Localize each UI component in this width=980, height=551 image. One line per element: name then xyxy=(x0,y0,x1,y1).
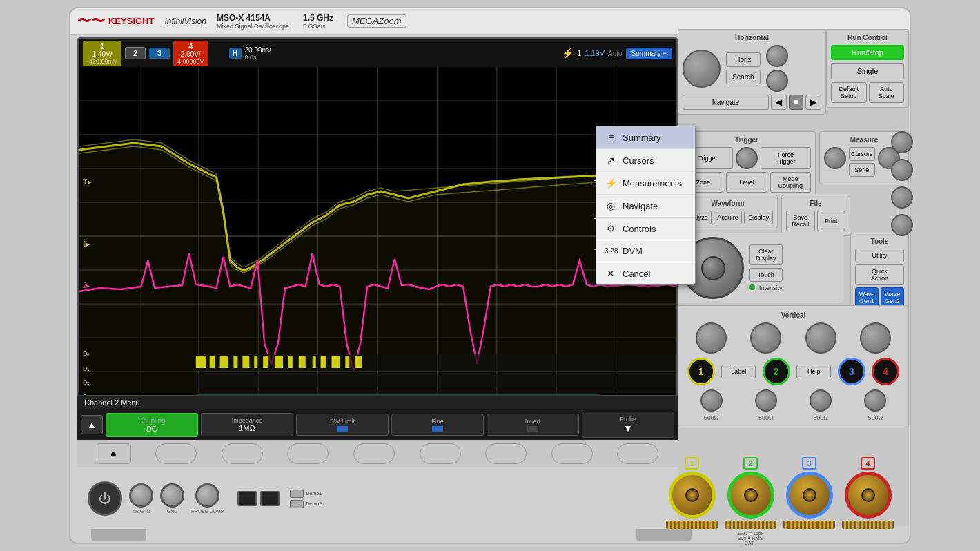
coupling-value: DC xyxy=(109,425,195,433)
measurements-icon: ⚡ xyxy=(605,177,617,188)
fbutton-1[interactable] xyxy=(155,443,197,464)
vert-scale-knob-ch3[interactable] xyxy=(810,389,832,412)
navigate-button[interactable]: Navigate xyxy=(683,95,769,110)
force-trigger-button[interactable]: ForceTrigger xyxy=(761,147,811,169)
fbutton-7[interactable] xyxy=(551,443,593,464)
nav-stop-button[interactable]: ■ xyxy=(789,95,803,110)
fbutton-3[interactable] xyxy=(287,443,329,464)
model-info: MSO-X 4154A Mixed Signal Oscilloscope xyxy=(217,13,289,30)
eject-button[interactable]: ⏏ xyxy=(97,443,131,464)
fbutton-2[interactable] xyxy=(222,443,263,464)
ohm-ch4: 500Ω xyxy=(868,414,883,421)
utility-button[interactable]: Utility xyxy=(855,249,904,262)
bnc-ch3-teeth xyxy=(783,521,835,529)
bnc-ch3-label: 3 xyxy=(802,457,816,470)
vert-knob-ch4[interactable] xyxy=(860,322,891,354)
run-stop-button[interactable]: Run/Stop xyxy=(831,45,904,60)
vert-scale-knob-ch4[interactable] xyxy=(864,389,886,412)
ch3-badge[interactable]: 3 xyxy=(149,48,170,59)
horiz-button[interactable]: Horiz xyxy=(726,52,761,67)
bnc-connectors-section: 1 2 1MΩ = 16pF300 V RMSCAT I 3 4 xyxy=(663,454,911,549)
fbutton-6[interactable] xyxy=(485,443,527,464)
horiz-zoom-knob[interactable] xyxy=(766,45,788,67)
vert-scale-knob-ch1[interactable] xyxy=(700,389,723,412)
dvm-icon: 3.28 xyxy=(605,247,617,255)
menu-item-controls[interactable]: ⚙ Controls xyxy=(596,218,695,240)
serie-button[interactable]: Serie xyxy=(849,163,875,177)
horizontal-position-knob[interactable] xyxy=(683,50,721,88)
navigate-icon: ◎ xyxy=(605,200,617,211)
ch1-badge[interactable]: 1 1.40V/ -420.00mV xyxy=(83,41,121,66)
eject-icon: ⏏ xyxy=(110,450,117,457)
clear-display-button[interactable]: ClearDisplay xyxy=(749,244,783,265)
bnc-ch4[interactable] xyxy=(845,472,892,519)
acquire-button[interactable]: Acquire xyxy=(714,211,743,224)
cursors-measure-button[interactable]: Cursors xyxy=(849,147,875,161)
default-setup-button[interactable]: DefaultSetup xyxy=(831,82,867,103)
invert-btn[interactable]: Invert xyxy=(487,414,579,436)
label-button[interactable]: Label xyxy=(721,365,756,378)
level-button[interactable]: Level xyxy=(726,172,767,193)
freq-info: 1.5 GHz 5 GSa/s xyxy=(303,13,333,30)
nav-right-button[interactable]: ▶ xyxy=(805,95,821,110)
fbutton-5[interactable] xyxy=(420,443,461,464)
menu-item-measurements[interactable]: ⚡ Measurements xyxy=(596,172,695,195)
right-knob-1[interactable] xyxy=(891,131,913,153)
save-recall-button[interactable]: SaveRecall xyxy=(786,211,815,231)
bw-limit-label: BW Limit xyxy=(330,418,355,425)
single-button[interactable]: Single xyxy=(831,63,904,79)
ch4-number: 4 xyxy=(188,42,193,50)
quick-action-button[interactable]: QuickAction xyxy=(855,264,904,285)
bw-limit-btn[interactable]: BW Limit xyxy=(296,414,389,436)
right-knob-4[interactable] xyxy=(891,214,913,236)
ch2-vert-button[interactable]: 2 xyxy=(763,358,790,385)
trigger-level-knob[interactable] xyxy=(736,147,758,169)
power-button[interactable]: ⏻ xyxy=(88,481,122,516)
ch3-vert-button[interactable]: 3 xyxy=(838,358,865,385)
menu-item-dvm[interactable]: 3.28 DVM xyxy=(596,240,695,262)
keysight-logo: 〜〜 KEYSIGHT xyxy=(77,12,154,30)
menu-item-cancel[interactable]: ✕ Cancel xyxy=(596,262,695,284)
ch4-badge[interactable]: 4 2.00V/ 4.00000V xyxy=(173,41,208,66)
fbutton-4[interactable] xyxy=(353,443,395,464)
menu-item-summary[interactable]: ≡ Summary xyxy=(596,126,695,149)
vert-knob-ch2[interactable] xyxy=(750,322,781,354)
impedance-btn[interactable]: Impedance 1MΩ xyxy=(201,413,293,436)
bottom-menu-bar: Channel 2 Menu ▲ Coupling DC Impedance 1… xyxy=(77,395,678,441)
tools-label: Tools xyxy=(855,238,904,245)
probe-btn[interactable]: Probe ▼ xyxy=(582,412,674,438)
nav-left-button[interactable]: ◀ xyxy=(771,95,787,110)
bnc-ch3[interactable] xyxy=(786,472,833,519)
mode-coupling-button[interactable]: ModeCoupling xyxy=(770,172,811,193)
coupling-btn[interactable]: Coupling DC xyxy=(106,413,198,437)
display-inner-knob[interactable] xyxy=(701,256,725,280)
menu-item-navigate[interactable]: ◎ Navigate xyxy=(596,195,695,218)
right-panel: Horizontal Horiz Search Navigate ◀ ■ ▶ xyxy=(678,29,909,526)
help-button[interactable]: Help xyxy=(796,365,831,378)
lightning-icon: ⚡ xyxy=(562,48,574,59)
menu-item-cursors[interactable]: ↗ Cursors xyxy=(596,149,695,172)
freq-main: 1.5 GHz xyxy=(303,13,333,23)
vert-scale-knob-ch2[interactable] xyxy=(755,389,777,412)
bnc-ch1[interactable] xyxy=(669,472,716,519)
right-knob-3[interactable] xyxy=(891,186,913,209)
summary-button[interactable]: Summary ≡ xyxy=(626,48,672,59)
measure-knob[interactable] xyxy=(824,147,846,169)
right-knob-2[interactable] xyxy=(891,159,913,181)
ch2-badge[interactable]: 2 xyxy=(125,47,146,59)
fbutton-8[interactable] xyxy=(617,443,658,464)
vert-knob-ch3[interactable] xyxy=(805,322,836,354)
bnc-ch2[interactable] xyxy=(727,472,774,519)
svg-text:D₀: D₀ xyxy=(83,350,90,357)
vert-knob-ch1[interactable] xyxy=(696,322,727,354)
search-button[interactable]: Search xyxy=(726,70,761,84)
print-button[interactable]: Print xyxy=(817,211,846,231)
horiz-scale-knob[interactable] xyxy=(766,70,788,92)
display-button[interactable]: Display xyxy=(744,211,773,224)
auto-scale-button[interactable]: AutoScale xyxy=(869,82,905,103)
nav-up-button[interactable]: ▲ xyxy=(81,415,103,434)
ch1-vert-button[interactable]: 1 xyxy=(687,358,715,385)
touch-button[interactable]: Touch xyxy=(749,268,783,282)
fine-btn[interactable]: Fine xyxy=(391,414,484,436)
ch4-vert-button[interactable]: 4 xyxy=(872,358,899,385)
